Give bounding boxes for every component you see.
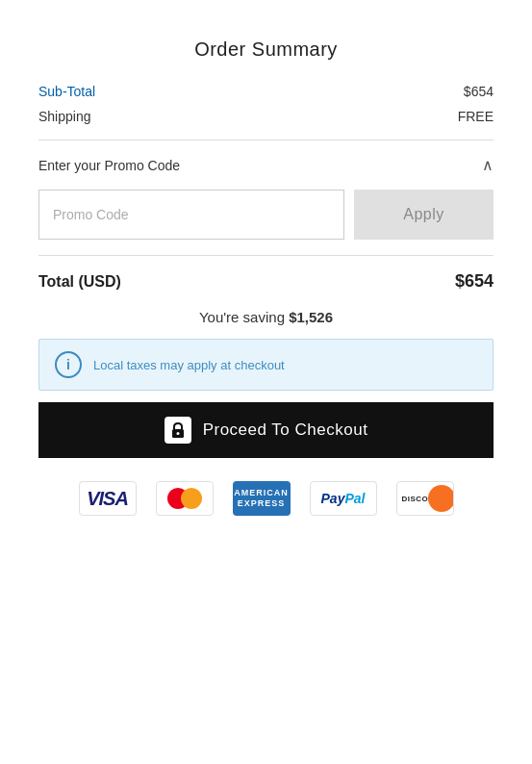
shipping-row: Shipping FREE — [38, 109, 494, 124]
info-banner: i Local taxes may apply at checkout — [38, 339, 494, 391]
visa-payment-icon: VISA — [79, 481, 137, 516]
lock-icon — [165, 417, 191, 444]
page-title: Order Summary — [38, 38, 494, 61]
info-banner-text: Local taxes may apply at checkout — [93, 358, 285, 372]
svg-point-1 — [176, 432, 179, 435]
total-label: Total (USD) — [38, 273, 121, 291]
mastercard-payment-icon — [156, 481, 214, 516]
shipping-value: FREE — [458, 109, 494, 124]
saving-text: You're saving $1,526 — [38, 309, 494, 325]
saving-prefix: You're saving — [199, 309, 289, 325]
checkout-button[interactable]: Proceed To Checkout — [38, 402, 494, 458]
checkout-label: Proceed To Checkout — [203, 420, 368, 440]
saving-amount: $1,526 — [289, 309, 333, 325]
shipping-label: Shipping — [38, 109, 91, 124]
total-value: $654 — [455, 271, 494, 292]
promo-header-text: Enter your Promo Code — [38, 158, 180, 173]
order-summary: Order Summary Sub-Total $654 Shipping FR… — [19, 19, 513, 535]
promo-input-row: Apply — [38, 190, 494, 240]
apply-button[interactable]: Apply — [354, 190, 494, 240]
subtotal-value: $654 — [464, 84, 494, 99]
payment-icons: VISA AMERICANEXPRESS PayPal DISCOVER — [38, 481, 494, 516]
discover-payment-icon: DISCOVER — [396, 481, 454, 516]
subtotal-label: Sub-Total — [38, 84, 95, 99]
promo-code-input[interactable] — [38, 190, 344, 240]
chevron-up-icon[interactable]: ∧ — [482, 156, 494, 174]
divider-1 — [38, 140, 494, 140]
amex-payment-icon: AMERICANEXPRESS — [233, 481, 291, 516]
total-row: Total (USD) $654 — [38, 271, 494, 292]
paypal-payment-icon: PayPal — [310, 481, 377, 516]
info-icon: i — [55, 351, 82, 378]
divider-2 — [38, 255, 494, 256]
subtotal-row: Sub-Total $654 — [38, 84, 494, 99]
promo-header: Enter your Promo Code ∧ — [38, 156, 494, 174]
promo-section: Enter your Promo Code ∧ Apply — [38, 156, 494, 240]
